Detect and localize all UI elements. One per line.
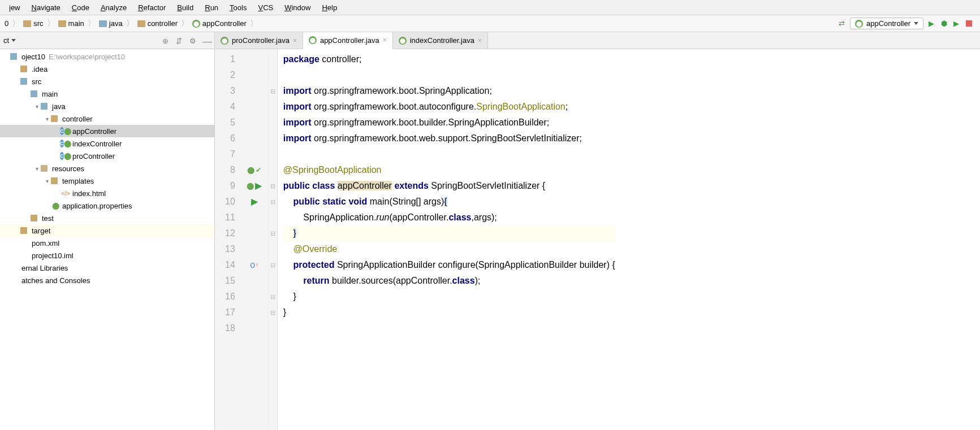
- menu-window[interactable]: Window: [279, 2, 316, 14]
- tree-item-resources[interactable]: ▾resources: [0, 162, 214, 175]
- tree-item-main[interactable]: main: [0, 88, 214, 100]
- spring-icon: ⬤: [855, 20, 863, 28]
- breadcrumb-src[interactable]: src: [21, 18, 45, 29]
- breadcrumb-separator: 〉: [126, 19, 134, 29]
- editor-area: ⬤proController.java×⬤appController.java×…: [215, 32, 980, 430]
- tree-item-indexController[interactable]: C⬤indexController: [0, 137, 214, 150]
- run-config-label: appController: [866, 19, 910, 28]
- hide-icon[interactable]: —: [203, 37, 211, 45]
- tree-item-oject10[interactable]: oject10E:\workspace\project10: [0, 50, 214, 63]
- menu-refactor[interactable]: Refactor: [132, 2, 171, 14]
- close-icon[interactable]: ×: [293, 37, 297, 45]
- breadcrumb-main[interactable]: main: [56, 18, 87, 29]
- tree-item-test[interactable]: test: [0, 212, 214, 224]
- toolbar-right: ⇄ ⬤ appController ▶ ⬢ ▶: [837, 18, 978, 29]
- locate-icon[interactable]: [162, 37, 170, 45]
- menu-code[interactable]: Code: [66, 2, 95, 14]
- chevron-down-icon: [914, 22, 918, 25]
- breadcrumb-appController[interactable]: ⬤ appController: [190, 18, 249, 29]
- tree-item-controller[interactable]: ▾controller: [0, 112, 214, 125]
- menu-help[interactable]: Help: [316, 2, 343, 14]
- code-content[interactable]: package controller; import org.springfra…: [278, 49, 615, 430]
- menu-run[interactable]: Run: [199, 2, 224, 14]
- run-button[interactable]: ▶: [927, 19, 936, 28]
- tree-item-project10-iml[interactable]: project10.iml: [0, 249, 214, 262]
- tree-item-ernal-Libraries[interactable]: ernal Libraries: [0, 262, 214, 274]
- menu-build[interactable]: Build: [171, 2, 199, 14]
- tree-item-application-properties[interactable]: ⬤application.properties: [0, 199, 214, 212]
- close-icon[interactable]: ×: [383, 36, 387, 44]
- sync-icon[interactable]: ⇄: [837, 19, 847, 28]
- sidebar-title: ct: [3, 36, 9, 45]
- collapse-icon[interactable]: [176, 37, 184, 45]
- code-editor[interactable]: 123456789101112131415161718 ⬤✔⬤▶▶o ⊟⊟⊟⊟⊟…: [215, 49, 980, 430]
- project-tree[interactable]: oject10E:\workspace\project10.ideasrcmai…: [0, 49, 214, 430]
- breadcrumb-separator: 〉: [250, 19, 258, 29]
- editor-tabs: ⬤proController.java×⬤appController.java×…: [215, 32, 980, 49]
- breadcrumb-bar: 0〉src〉main〉java〉controller〉⬤ appControll…: [0, 15, 980, 32]
- sidebar-header: ct ⚙ —: [0, 32, 214, 49]
- tab-indexController.java[interactable]: ⬤indexController.java×: [393, 32, 488, 49]
- chevron-down-icon[interactable]: [11, 39, 16, 42]
- menu-analyze[interactable]: Analyze: [95, 2, 132, 14]
- menu-bar: iewNavigateCodeAnalyzeRefactorBuildRunTo…: [0, 0, 980, 15]
- tree-item-templates[interactable]: ▾templates: [0, 175, 214, 187]
- breadcrumb-separator: 〉: [12, 19, 20, 29]
- tree-item-src[interactable]: src: [0, 75, 214, 88]
- gutter-icons: ⬤✔⬤▶▶o: [241, 49, 268, 430]
- breadcrumb-separator: 〉: [88, 19, 96, 29]
- tree-item-target[interactable]: target: [0, 224, 214, 237]
- tab-appController.java[interactable]: ⬤appController.java×: [303, 32, 393, 49]
- project-sidebar: ct ⚙ — oject10E:\workspace\project10.ide…: [0, 32, 215, 430]
- tree-item-java[interactable]: ▾java: [0, 100, 214, 112]
- tree-item-pom-xml[interactable]: pom.xml: [0, 237, 214, 249]
- menu-tools[interactable]: Tools: [224, 2, 252, 14]
- coverage-button[interactable]: ▶: [952, 19, 961, 28]
- tree-item-atches-and-Consoles[interactable]: atches and Consoles: [0, 274, 214, 286]
- tree-item-index-html[interactable]: </>index.html: [0, 187, 214, 199]
- tree-item--idea[interactable]: .idea: [0, 63, 214, 75]
- menu-navigate[interactable]: Navigate: [26, 2, 66, 14]
- gear-icon[interactable]: ⚙: [189, 37, 197, 45]
- tree-item-proController[interactable]: C⬤proController: [0, 150, 214, 162]
- breadcrumb-0[interactable]: 0: [2, 18, 11, 29]
- breadcrumb-controller[interactable]: controller: [135, 18, 180, 29]
- run-config-selector[interactable]: ⬤ appController: [850, 18, 923, 29]
- tree-item-appController[interactable]: C⬤appController: [0, 125, 214, 137]
- menu-iew[interactable]: iew: [3, 2, 26, 14]
- close-icon[interactable]: ×: [478, 37, 482, 45]
- menu-vcs[interactable]: VCS: [252, 2, 279, 14]
- debug-button[interactable]: ⬢: [939, 19, 948, 28]
- breadcrumb-java[interactable]: java: [97, 18, 125, 29]
- tab-proController.java[interactable]: ⬤proController.java×: [215, 32, 303, 49]
- breadcrumb-separator: 〉: [181, 19, 189, 29]
- fold-column[interactable]: ⊟⊟⊟⊟⊟⊟⊟: [268, 49, 277, 430]
- stop-button[interactable]: [964, 19, 973, 28]
- breadcrumb-separator: 〉: [47, 19, 55, 29]
- line-numbers: 123456789101112131415161718: [215, 49, 241, 430]
